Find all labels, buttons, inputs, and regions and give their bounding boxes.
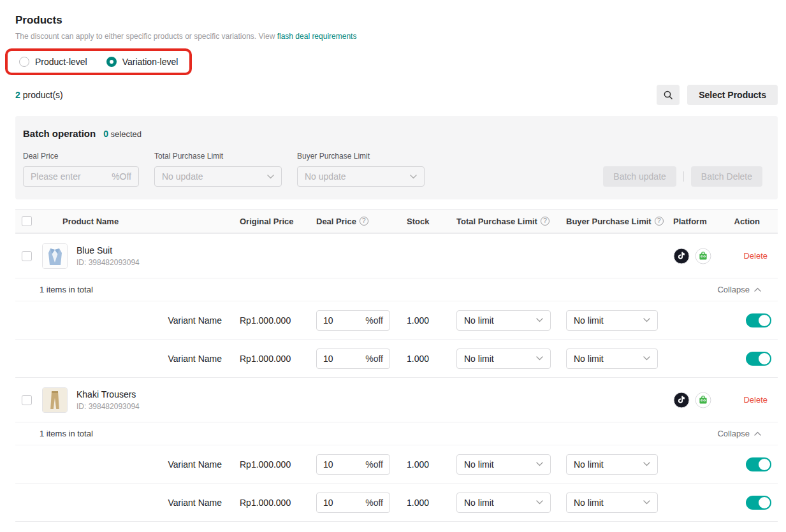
variant-enabled-toggle[interactable] xyxy=(746,457,771,471)
deal-price-value[interactable] xyxy=(323,354,361,364)
total-limit-value: No limit xyxy=(464,498,494,508)
variant-row: Variant Name Rp1.000.000 %off 1.000 No l… xyxy=(15,301,778,339)
col-deal-price-label: Deal Price xyxy=(316,217,356,226)
total-limit-select[interactable]: No limit xyxy=(456,310,551,331)
total-limit-select[interactable]: No limit xyxy=(456,454,551,475)
batch-deal-price-label: Deal Price xyxy=(23,152,139,161)
buyer-limit-help-icon[interactable] xyxy=(655,217,664,226)
product-checkbox[interactable] xyxy=(22,251,32,261)
product-id: ID: 398482093094 xyxy=(76,402,140,411)
batch-deal-price-suffix: %Off xyxy=(112,171,131,182)
deal-price-input[interactable]: %off xyxy=(316,310,390,331)
product-image-blue-suit xyxy=(42,243,68,269)
batch-deal-price-field: Deal Price %Off xyxy=(23,152,139,187)
collapse-toggle[interactable]: Collapse xyxy=(717,285,761,294)
deal-price-value[interactable] xyxy=(323,459,361,470)
radio-variation-level-label: Variation-level xyxy=(122,57,178,67)
variant-name: Variant Name xyxy=(38,315,235,326)
deal-price-input[interactable]: %off xyxy=(316,454,390,475)
total-limit-select[interactable]: No limit xyxy=(456,349,551,369)
select-all-checkbox[interactable] xyxy=(22,216,32,226)
buyer-limit-value: No limit xyxy=(574,315,604,326)
toolbar: 2 product(s) Select Products xyxy=(15,85,778,105)
buyer-limit-select[interactable]: No limit xyxy=(566,492,658,513)
col-product-name: Product Name xyxy=(38,217,235,226)
col-deal-price: Deal Price xyxy=(311,217,402,226)
product-count-label: product(s) xyxy=(23,90,63,100)
collapse-label: Collapse xyxy=(717,285,750,294)
tiktok-icon xyxy=(673,392,690,408)
product-count: 2 product(s) xyxy=(15,90,63,100)
page-description: The discount can apply to either specifi… xyxy=(15,32,778,41)
table-header: Product Name Original Price Deal Price S… xyxy=(15,209,778,233)
radio-variation-level[interactable]: Variation-level xyxy=(106,57,178,67)
variant-group-header: 1 items in total Collapse xyxy=(15,278,778,301)
batch-delete-button[interactable]: Batch Delete xyxy=(691,166,762,187)
collapse-toggle[interactable]: Collapse xyxy=(717,429,761,438)
variant-original-price: Rp1.000.000 xyxy=(235,315,311,326)
total-limit-value: No limit xyxy=(464,459,494,470)
chevron-down-icon xyxy=(643,356,650,361)
variant-original-price: Rp1.000.000 xyxy=(235,498,311,508)
chevron-down-icon xyxy=(267,175,274,179)
col-original-price: Original Price xyxy=(235,217,311,226)
product-count-number: 2 xyxy=(15,90,20,100)
variant-name: Variant Name xyxy=(38,354,235,364)
search-icon xyxy=(663,90,673,100)
delete-product-link[interactable]: Delete xyxy=(743,395,768,405)
chevron-up-icon xyxy=(754,431,761,436)
total-limit-select[interactable]: No limit xyxy=(456,492,551,513)
batch-deal-price-value[interactable] xyxy=(31,171,106,182)
product-name: Khaki Trousers xyxy=(76,389,140,399)
deal-price-help-icon[interactable] xyxy=(360,217,368,226)
delete-product-link[interactable]: Delete xyxy=(743,251,768,261)
batch-deal-price-input[interactable]: %Off xyxy=(23,166,139,187)
variant-original-price: Rp1.000.000 xyxy=(235,354,311,364)
deal-price-value[interactable] xyxy=(323,498,361,508)
variant-stock: 1.000 xyxy=(402,354,451,364)
tokopedia-icon xyxy=(695,248,711,264)
batch-update-button[interactable]: Batch update xyxy=(603,166,676,187)
batch-buyer-limit-select[interactable]: No update xyxy=(297,166,425,187)
radio-unchecked-icon xyxy=(19,57,29,67)
deal-price-value[interactable] xyxy=(323,315,361,326)
variant-enabled-toggle[interactable] xyxy=(746,352,771,366)
select-products-button[interactable]: Select Products xyxy=(687,85,778,105)
products-page: Products The discount can apply to eithe… xyxy=(0,0,786,522)
total-limit-value: No limit xyxy=(464,315,494,326)
variant-name: Variant Name xyxy=(38,498,235,508)
deal-price-input[interactable]: %off xyxy=(316,492,390,513)
batch-total-limit-value: No update xyxy=(162,171,203,182)
buyer-limit-value: No limit xyxy=(574,459,604,470)
batch-selected-number: 0 xyxy=(103,129,108,139)
variant-name: Variant Name xyxy=(38,459,235,470)
buyer-limit-select[interactable]: No limit xyxy=(566,310,658,331)
products-table: Product Name Original Price Deal Price S… xyxy=(15,209,778,522)
variant-group-header: 1 items in total Collapse xyxy=(15,422,778,445)
buyer-limit-select[interactable]: No limit xyxy=(566,349,658,369)
chevron-down-icon xyxy=(536,318,543,322)
col-buyer-purchase-limit: Buyer Purchase Limit xyxy=(561,217,668,226)
batch-buyer-limit-label: Buyer Purchase Limit xyxy=(297,152,425,161)
variant-enabled-toggle[interactable] xyxy=(746,313,771,327)
variant-original-price: Rp1.000.000 xyxy=(235,459,311,470)
radio-product-level[interactable]: Product-level xyxy=(19,57,87,67)
product-checkbox[interactable] xyxy=(22,395,32,405)
col-buyer-limit-label: Buyer Purchase Limit xyxy=(566,217,651,226)
product-name: Blue Suit xyxy=(76,245,140,255)
variant-enabled-toggle[interactable] xyxy=(746,496,771,510)
buyer-limit-select[interactable]: No limit xyxy=(566,454,658,475)
batch-total-limit-select[interactable]: No update xyxy=(154,166,282,187)
variant-row: Variant Name Rp1.000.000 %off 1.000 No l… xyxy=(15,445,778,483)
divider xyxy=(683,171,684,182)
total-limit-help-icon[interactable] xyxy=(541,217,549,226)
search-button[interactable] xyxy=(657,85,680,105)
product-id: ID: 398482093094 xyxy=(76,258,140,267)
deal-price-input[interactable]: %off xyxy=(316,349,390,369)
chevron-up-icon xyxy=(754,287,761,292)
items-total-label: 1 items in total xyxy=(40,285,93,294)
batch-selected-count: 0 selected xyxy=(103,129,142,139)
variant-stock: 1.000 xyxy=(402,315,451,326)
flash-deal-requirements-link[interactable]: flash deal requirements xyxy=(277,32,357,41)
total-limit-value: No limit xyxy=(464,354,494,364)
